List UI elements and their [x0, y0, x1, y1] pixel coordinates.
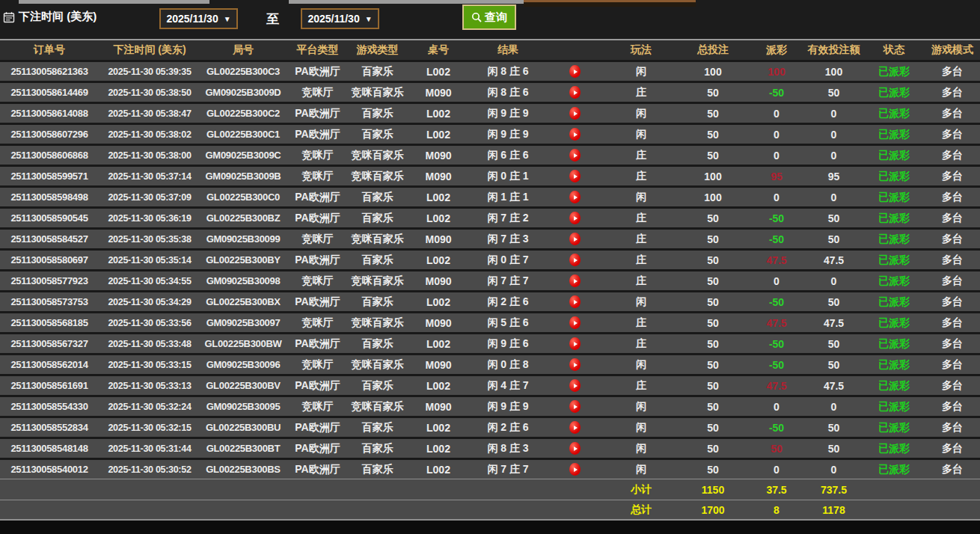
- play-video-button[interactable]: [569, 212, 581, 224]
- game-mode-cell: 多台: [925, 128, 980, 141]
- platform-cell: 竞咪厅: [286, 233, 349, 246]
- replay-cell: [545, 107, 605, 120]
- bet-time-cell: 2025-11-30 05:36:19: [99, 213, 200, 224]
- play-video-button[interactable]: [569, 233, 581, 245]
- play-video-button[interactable]: [569, 463, 581, 476]
- col-header-status: 状态: [863, 43, 925, 57]
- play-video-button[interactable]: [569, 337, 581, 350]
- status-cell: 已派彩: [863, 274, 925, 288]
- valid-bet-cell: 50: [804, 296, 863, 308]
- bet-records-table: 订单号 下注时间 (美东) 局号 平台类型 游戏类型 桌号 结果 玩法 总投注 …: [0, 39, 980, 521]
- bet-side-cell: 闲: [605, 107, 677, 120]
- play-icon: [574, 153, 578, 158]
- play-icon: [574, 195, 578, 200]
- result-cell: 闲 7 庄 7: [471, 274, 545, 288]
- payout-cell: 0: [749, 129, 804, 141]
- platform-cell: PA欧洲厅: [286, 337, 349, 351]
- table-row: 251130058590545 2025-11-30 05:36:19 GL00…: [0, 206, 980, 227]
- status-cell: 已派彩: [863, 233, 925, 246]
- platform-cell: PA欧洲厅: [286, 107, 349, 120]
- table-no-cell: L002: [405, 296, 471, 308]
- order-no-cell: 251130058580697: [0, 254, 99, 266]
- play-video-button[interactable]: [569, 442, 581, 455]
- table-no-cell: L002: [405, 422, 471, 434]
- play-video-button[interactable]: [569, 191, 581, 203]
- payout-cell: 0: [749, 401, 804, 413]
- payout-cell: 95: [749, 171, 804, 182]
- platform-cell: PA欧洲厅: [286, 421, 349, 435]
- play-icon: [574, 279, 578, 283]
- total-bet-cell: 50: [677, 275, 749, 287]
- bet-time-cell: 2025-11-30 05:33:56: [99, 318, 200, 328]
- date-to-value: 2025/11/30: [307, 13, 359, 25]
- platform-cell: 竞咪厅: [286, 86, 349, 99]
- bet-time-cell: 2025-11-30 05:38:00: [99, 150, 200, 161]
- bet-time-cell: 2025-11-30 05:38:02: [99, 129, 200, 140]
- payout-cell: -50: [749, 212, 804, 224]
- play-video-button[interactable]: [569, 170, 581, 182]
- order-no-cell: 251130058552834: [0, 422, 99, 433]
- table-no-cell: L002: [405, 380, 471, 392]
- result-cell: 闲 9 庄 6: [471, 337, 545, 351]
- replay-cell: [545, 212, 605, 225]
- play-video-button[interactable]: [569, 379, 581, 392]
- play-video-button[interactable]: [569, 128, 581, 141]
- table-row: 251130058562014 2025-11-30 05:33:15 GM09…: [0, 353, 980, 374]
- table-no-cell: M090: [405, 359, 471, 371]
- total-bet-cell: 100: [677, 66, 749, 78]
- game-type-cell: 百家乐: [349, 65, 405, 79]
- round-no-cell: GL00225B300BU: [200, 422, 286, 433]
- play-video-button[interactable]: [569, 107, 581, 120]
- game-mode-cell: 多台: [925, 191, 980, 204]
- bet-time-cell: 2025-11-30 05:35:14: [99, 255, 200, 266]
- play-video-button[interactable]: [569, 358, 581, 371]
- bet-time-cell: 2025-11-30 05:37:14: [99, 171, 200, 182]
- order-no-cell: 251130058577923: [0, 275, 99, 286]
- platform-cell: PA欧洲厅: [286, 212, 349, 225]
- total-row: 总计 1700 8 1178: [0, 500, 980, 521]
- table-header-row: 订单号 下注时间 (美东) 局号 平台类型 游戏类型 桌号 结果 玩法 总投注 …: [0, 39, 980, 60]
- total-bet-cell: 50: [677, 422, 749, 434]
- game-mode-cell: 多台: [925, 274, 980, 288]
- play-video-button[interactable]: [569, 274, 581, 287]
- play-icon: [574, 300, 578, 304]
- valid-bet-cell: 0: [804, 401, 863, 413]
- table-row: 251130058614469 2025-11-30 05:38:50 GM09…: [0, 81, 980, 102]
- game-mode-cell: 多台: [925, 337, 980, 351]
- game-mode-cell: 多台: [925, 149, 980, 162]
- result-cell: 闲 8 庄 6: [471, 86, 545, 99]
- play-video-button[interactable]: [569, 254, 581, 266]
- table-row: 251130058606868 2025-11-30 05:38:00 GM09…: [0, 144, 980, 165]
- date-from-select[interactable]: 2025/11/30 ▼: [159, 8, 238, 29]
- play-video-button[interactable]: [569, 295, 581, 308]
- play-video-button[interactable]: [569, 86, 581, 99]
- game-mode-cell: 多台: [925, 379, 980, 393]
- play-video-button[interactable]: [569, 316, 581, 329]
- result-cell: 闲 9 庄 9: [471, 400, 545, 414]
- table-no-cell: L002: [405, 191, 471, 203]
- chevron-down-icon: ▼: [365, 15, 373, 23]
- table-row: 251130058573753 2025-11-30 05:34:29 GL00…: [0, 290, 980, 311]
- play-icon: [574, 216, 578, 221]
- play-video-button[interactable]: [569, 149, 581, 162]
- game-type-cell: 百家乐: [349, 191, 405, 204]
- payout-cell: 47.5: [749, 380, 804, 392]
- play-video-button[interactable]: [569, 400, 581, 413]
- play-video-button[interactable]: [569, 421, 581, 434]
- total-bet-cell: 50: [677, 129, 749, 141]
- game-type-cell: 竞咪百家乐: [349, 233, 405, 246]
- play-video-button[interactable]: [569, 65, 581, 78]
- replay-cell: [545, 316, 605, 330]
- platform-cell: 竞咪厅: [286, 400, 349, 414]
- date-to-select[interactable]: 2025/11/30 ▼: [301, 8, 379, 29]
- game-mode-cell: 多台: [925, 358, 980, 372]
- total-bet-cell: 50: [677, 296, 749, 308]
- search-button[interactable]: 查询: [462, 4, 516, 30]
- play-icon: [574, 405, 578, 409]
- replay-cell: [545, 442, 605, 455]
- replay-cell: [545, 400, 605, 414]
- status-cell: 已派彩: [863, 337, 925, 351]
- table-no-cell: M090: [405, 87, 471, 99]
- valid-bet-cell: 0: [804, 129, 863, 141]
- table-no-cell: L002: [405, 129, 471, 141]
